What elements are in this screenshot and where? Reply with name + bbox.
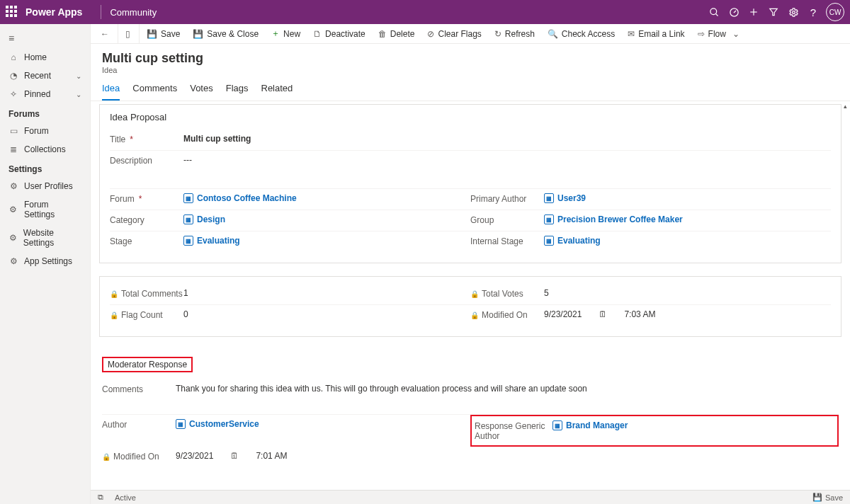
stage-lookup[interactable]: ▦Evaluating	[183, 236, 240, 246]
email-link-button[interactable]: ✉Email a Link	[622, 24, 690, 43]
scrollbar[interactable]: ▴	[840, 101, 850, 504]
add-icon[interactable]	[744, 2, 764, 22]
group-lookup[interactable]: ▦Precision Brewer Coffee Maker	[544, 214, 683, 224]
internal-stage-lookup[interactable]: ▦Evaluating	[544, 236, 601, 246]
sidebar-item-home[interactable]: ⌂Home	[0, 48, 90, 67]
forum-lookup[interactable]: ▦Contoso Coffee Machine	[183, 193, 297, 203]
clear-flags-button[interactable]: ⊘Clear Flags	[421, 24, 487, 43]
environment-label[interactable]: Community	[110, 7, 157, 18]
gear-icon: ⚙	[8, 181, 18, 191]
refresh-button[interactable]: ↻Refresh	[489, 24, 540, 43]
highlight-moderator-response: Moderator Response	[102, 357, 193, 372]
response-generic-author-lookup[interactable]: ▦Brand Manager	[552, 420, 628, 430]
status-save-button[interactable]: 💾Save	[812, 493, 843, 502]
arrow-left-icon: ←	[101, 29, 109, 39]
tab-comments[interactable]: Comments	[132, 83, 177, 101]
sidebar-label: Forum Settings	[24, 200, 81, 219]
field-label: Internal Stage	[470, 236, 523, 246]
section-idea-proposal: Idea Proposal Title* Multi cup setting D…	[99, 104, 842, 263]
section-stats: 🔒Total Comments 1 🔒Flag Count 0 🔒Total V…	[99, 276, 842, 337]
app-launcher-icon[interactable]	[6, 6, 18, 18]
sidebar-item-forum-settings[interactable]: ⚙Forum Settings	[0, 195, 90, 224]
field-label: Title	[110, 134, 125, 144]
key-icon: 🔍	[548, 29, 558, 39]
tab-idea[interactable]: Idea	[102, 83, 120, 101]
sidebar-item-recent[interactable]: ◔Recent⌄	[0, 67, 90, 85]
new-button[interactable]: ＋New	[266, 24, 306, 43]
sidebar-item-website-settings[interactable]: ⚙Website Settings	[0, 224, 90, 252]
sidebar-label: Pinned	[24, 89, 50, 99]
sidebar-item-forum[interactable]: ▭Forum	[0, 122, 90, 140]
section-moderator-response: Moderator Response Comments Thank you fo…	[99, 350, 842, 478]
save-icon: 💾	[147, 29, 157, 39]
field-label: Forum	[110, 194, 135, 204]
open-pane-icon[interactable]: ⧉	[98, 493, 103, 502]
cmd-label: Check Access	[562, 29, 615, 39]
sidebar-toggle[interactable]: ≡	[0, 28, 90, 48]
flow-button[interactable]: ⇨Flow⌄	[692, 24, 745, 43]
sidebar-item-user-profiles[interactable]: ⚙User Profiles	[0, 177, 90, 195]
sidebar-item-pinned[interactable]: ✧Pinned⌄	[0, 85, 90, 103]
panel-button[interactable]: ▯	[118, 24, 136, 43]
filter-icon[interactable]	[764, 2, 783, 22]
svg-marker-5	[770, 8, 778, 15]
sidebar-label: App Settings	[24, 256, 72, 266]
field-label: Primary Author	[470, 194, 526, 204]
total-votes-value: 5	[544, 288, 831, 298]
tab-flags[interactable]: Flags	[226, 83, 249, 101]
lookup-text: Evaluating	[197, 236, 240, 246]
cmd-label: Clear Flags	[438, 29, 481, 39]
main-area: ← ▯ 💾Save 💾Save & Close ＋New 🗋Deactivate…	[91, 24, 850, 504]
tab-related[interactable]: Related	[261, 83, 293, 101]
settings-icon[interactable]	[783, 2, 803, 22]
date-text: 9/23/2021	[544, 309, 582, 319]
date-text: 9/23/2021	[176, 451, 213, 461]
section-heading: Idea Proposal	[110, 112, 831, 122]
back-button[interactable]: ←	[95, 24, 115, 43]
svg-point-6	[792, 11, 795, 13]
mail-icon: ✉	[628, 29, 635, 39]
flow-icon: ⇨	[698, 29, 705, 39]
noflag-icon: ⊘	[427, 29, 434, 39]
gear-icon: ⚙	[8, 233, 18, 243]
sidebar-label: Recent	[24, 71, 51, 81]
entity-icon: ▦	[183, 214, 193, 224]
sidebar-item-collections[interactable]: ≣Collections	[0, 140, 90, 159]
save-close-button[interactable]: 💾Save & Close	[187, 24, 264, 43]
search-icon[interactable]	[704, 2, 724, 22]
help-icon[interactable]: ?	[803, 2, 823, 22]
field-label: Total Comments	[121, 289, 183, 299]
entity-icon: ▦	[183, 236, 193, 246]
description-value[interactable]: ---	[183, 155, 831, 165]
panel-icon: ▯	[125, 29, 130, 39]
pin-icon: ✧	[8, 89, 18, 99]
save-button[interactable]: 💾Save	[139, 24, 186, 43]
deactivate-button[interactable]: 🗋Deactivate	[307, 24, 371, 43]
tab-votes[interactable]: Votes	[190, 83, 213, 101]
mod-comments-value[interactable]: Thank you for sharing this idea with us.…	[176, 384, 839, 394]
lookup-text: Precision Brewer Coffee Maker	[557, 214, 683, 224]
sidebar-label: Home	[24, 52, 47, 62]
sidebar-item-app-settings[interactable]: ⚙App Settings	[0, 252, 90, 270]
user-avatar[interactable]: CW	[826, 3, 844, 21]
mod-author-lookup[interactable]: ▦CustomerService	[176, 419, 259, 429]
entity-icon: ▦	[552, 420, 562, 430]
lookup-text: Brand Manager	[566, 420, 628, 430]
record-state: Active	[115, 493, 136, 502]
lookup-text: Evaluating	[557, 236, 601, 246]
primary-author-lookup[interactable]: ▦User39	[544, 193, 586, 203]
cmd-label: Deactivate	[325, 29, 366, 39]
delete-button[interactable]: 🗑Delete	[373, 24, 421, 43]
cmd-label: Flow	[708, 29, 726, 39]
timer-icon[interactable]	[724, 2, 744, 22]
trash-icon: 🗑	[378, 29, 387, 39]
title-value[interactable]: Multi cup setting	[183, 134, 831, 144]
refresh-icon: ↻	[494, 29, 502, 39]
category-lookup[interactable]: ▦Design	[183, 214, 225, 224]
entity-icon: ▦	[176, 419, 186, 429]
field-label: Flag Count	[121, 310, 163, 320]
divider	[101, 5, 101, 19]
lookup-text: Design	[197, 214, 225, 224]
lock-icon: 🔒	[102, 453, 110, 461]
check-access-button[interactable]: 🔍Check Access	[542, 24, 620, 43]
